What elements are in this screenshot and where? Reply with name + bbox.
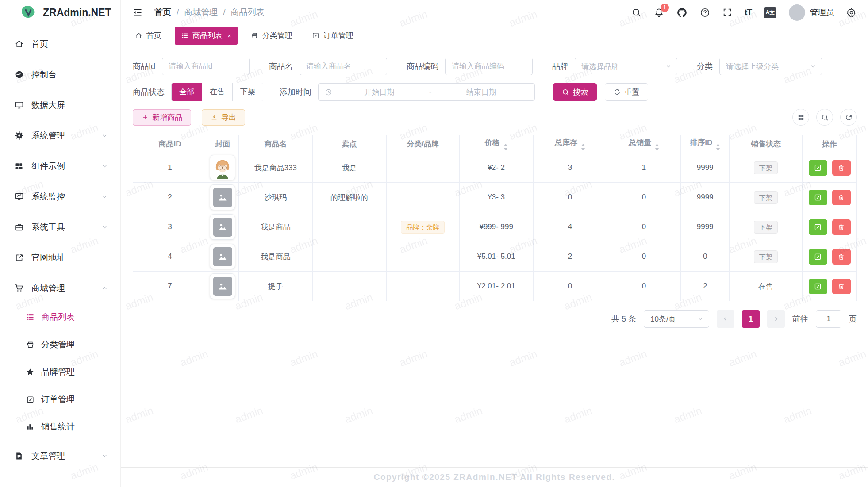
breadcrumb-mall[interactable]: 商城管理 — [184, 7, 218, 18]
font-size-icon[interactable]: tT — [745, 8, 752, 17]
product-cover-placeholder[interactable] — [210, 214, 235, 240]
edit-button[interactable] — [809, 219, 827, 235]
cart-icon — [13, 284, 25, 293]
sidebar-item-label: 分类管理 — [41, 339, 75, 350]
col-cover: 封面 — [207, 135, 238, 153]
tab-category[interactable]: 分类管理 — [245, 27, 299, 45]
brand-logo-icon — [19, 4, 37, 22]
sidebar-item-monitor[interactable]: 系统监控 — [0, 181, 120, 212]
sidebar-item-label: 数据大屏 — [31, 100, 65, 111]
close-icon[interactable]: × — [227, 32, 231, 39]
sidebar-item-website[interactable]: 官网地址 — [0, 242, 120, 273]
product-name-input[interactable] — [300, 58, 387, 75]
brand-select[interactable]: 请选择品牌 — [575, 58, 677, 75]
breadcrumb-home[interactable]: 首页 — [154, 7, 171, 18]
sidebar-item-mall[interactable]: 商城管理 — [0, 273, 120, 303]
sidebar-item-datascreen[interactable]: 数据大屏 — [0, 90, 120, 120]
tab-orders[interactable]: 订单管理 — [306, 27, 360, 45]
search-button-label: 搜索 — [573, 87, 588, 97]
delete-button[interactable] — [832, 249, 851, 265]
settings-gear-icon[interactable] — [846, 8, 856, 18]
prev-page-button[interactable] — [717, 310, 734, 328]
username: 管理员 — [810, 7, 834, 18]
delete-button[interactable] — [832, 279, 851, 294]
sort-carets[interactable] — [503, 144, 508, 150]
sidebar-item-sales-stats[interactable]: 销售统计 — [0, 413, 120, 441]
chevron-down-icon — [101, 132, 108, 139]
table-row: 1 我是商品333 我是 ¥2- 2 3 1 9999 下架 — [133, 153, 857, 183]
monitor-icon — [13, 192, 25, 201]
sidebar-item-system[interactable]: 系统管理 — [0, 120, 120, 151]
goto-page-input[interactable] — [816, 310, 841, 328]
sidebar-item-label: 系统管理 — [31, 130, 65, 142]
chevron-down-icon — [101, 193, 108, 200]
github-icon[interactable] — [676, 7, 687, 18]
refresh-icon[interactable] — [840, 109, 857, 126]
tab-home[interactable]: 首页 — [129, 27, 168, 45]
cell-category-brand — [386, 153, 459, 183]
cell-sale-status: 下架 — [729, 183, 802, 212]
tab-product-list[interactable]: 商品列表 × — [175, 27, 238, 45]
delete-button[interactable] — [832, 160, 851, 176]
product-id-input[interactable] — [162, 58, 250, 75]
sidebar-item-brand[interactable]: 品牌管理 — [0, 358, 120, 386]
filter-label: 品牌 — [552, 61, 568, 72]
menu-fold-icon[interactable] — [132, 7, 143, 18]
sidebar-item-components[interactable]: 组件示例 — [0, 151, 120, 181]
sidebar-item-articles[interactable]: 文章管理 — [0, 441, 120, 471]
brand-logo[interactable]: ZRAdmin.NET — [0, 0, 120, 25]
table-row: 2 沙琪玛 的理解啦的 ¥3- 3 0 0 9999 下架 — [133, 183, 857, 212]
sort-carets[interactable] — [581, 144, 585, 150]
page-size-select[interactable]: 10条/页 — [644, 310, 709, 328]
search-icon — [562, 88, 569, 96]
product-code-input[interactable] — [445, 58, 533, 75]
table-settings-group — [792, 109, 857, 126]
date-range-picker[interactable]: 开始日期 - 结束日期 — [318, 83, 535, 101]
sidebar-item-tools[interactable]: 系统工具 — [0, 212, 120, 242]
notification-bell-icon[interactable]: 1 — [654, 8, 664, 18]
breadcrumb-product-list[interactable]: 商品列表 — [231, 7, 265, 18]
sort-carets[interactable] — [716, 144, 720, 150]
product-cover-image[interactable] — [210, 155, 235, 180]
sidebar-item-orders[interactable]: 订单管理 — [0, 386, 120, 413]
status-option-all[interactable]: 全部 — [172, 83, 202, 101]
fullscreen-icon[interactable] — [722, 8, 732, 17]
edit-button[interactable] — [809, 160, 827, 176]
sort-carets[interactable] — [655, 144, 659, 150]
edit-button[interactable] — [809, 279, 827, 294]
sidebar-item-product-list[interactable]: 商品列表 — [0, 303, 120, 331]
image-placeholder-icon — [213, 188, 232, 207]
edit-button[interactable] — [809, 249, 827, 265]
next-page-button[interactable] — [767, 310, 785, 328]
reset-button[interactable]: 重置 — [605, 83, 648, 101]
sidebar-item-home[interactable]: 首页 — [0, 29, 120, 59]
image-placeholder-icon — [213, 247, 232, 266]
product-cover-placeholder[interactable] — [210, 244, 235, 269]
cell-product-name: 我是商品 — [238, 212, 312, 242]
search-icon[interactable] — [631, 8, 641, 18]
cell-product-name: 沙琪玛 — [238, 183, 312, 212]
page-number-1[interactable]: 1 — [742, 310, 760, 328]
delete-button[interactable] — [832, 190, 851, 205]
search-button[interactable]: 搜索 — [553, 83, 597, 101]
parent-category-select[interactable]: 请选择上级分类 — [719, 58, 822, 75]
product-cover-placeholder[interactable] — [210, 273, 235, 299]
export-button[interactable]: 导出 — [202, 109, 245, 126]
sidebar-item-console[interactable]: 控制台 — [0, 59, 120, 90]
search-toggle-icon[interactable] — [816, 109, 833, 126]
edit-button[interactable] — [809, 190, 827, 205]
sort-caret-up — [655, 144, 659, 146]
product-cover-placeholder[interactable] — [210, 184, 235, 210]
columns-grid-icon[interactable] — [792, 109, 809, 126]
col-selling-point: 卖点 — [312, 135, 386, 153]
breadcrumb-separator: / — [177, 8, 179, 17]
add-product-button[interactable]: 新增商品 — [133, 109, 191, 126]
category-icon — [25, 341, 35, 349]
status-option-off-shelf[interactable]: 下架 — [232, 83, 263, 101]
status-option-on-sale[interactable]: 在售 — [202, 83, 232, 101]
sidebar-item-category[interactable]: 分类管理 — [0, 331, 120, 358]
delete-button[interactable] — [832, 219, 851, 235]
user-menu[interactable]: 管理员 — [789, 4, 834, 21]
help-icon[interactable] — [700, 8, 710, 18]
translate-icon[interactable]: A文 — [764, 7, 776, 18]
